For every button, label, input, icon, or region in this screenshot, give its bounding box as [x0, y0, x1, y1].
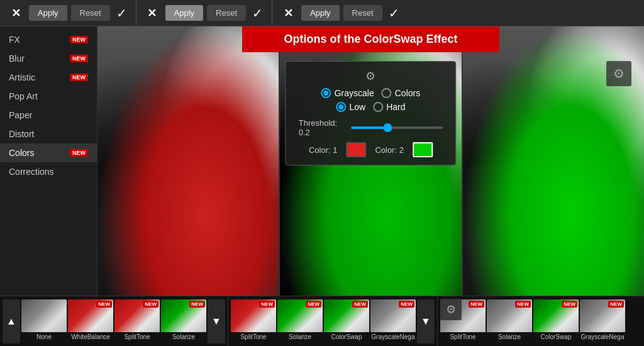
- confirm-button-3[interactable]: ✓: [386, 6, 402, 21]
- film-badge-st2: NEW: [259, 301, 275, 308]
- film-thumb-splittone-1[interactable]: NEW SplitTone: [114, 299, 160, 343]
- film-label-cs2: ColorSwap: [533, 332, 579, 342]
- confirm-button-2[interactable]: ✓: [250, 6, 265, 21]
- film-badge-cs2: NEW: [562, 301, 577, 308]
- film-thumb-none-img: [21, 299, 67, 332]
- color1-label: Color: 1: [309, 145, 338, 155]
- low-hard-row: Low Hard: [299, 102, 443, 112]
- film-thumb-colorswap-2[interactable]: NEW ColorSwap: [533, 299, 579, 343]
- sidebar-item-blur[interactable]: Blur NEW: [0, 49, 97, 68]
- apply-button-1[interactable]: Apply: [29, 5, 67, 21]
- threshold-slider[interactable]: [351, 126, 443, 129]
- scroll-up-1[interactable]: ▲: [3, 299, 20, 343]
- film-label-wb: WhiteBalance: [68, 332, 113, 342]
- film-thumb-grayscaleneg-2[interactable]: NEW GrayscaleNega: [580, 299, 625, 343]
- apply-button-3[interactable]: Apply: [301, 5, 340, 21]
- sidebar-artistic-badge: NEW: [70, 74, 88, 81]
- film-badge-sol3: NEW: [515, 301, 531, 308]
- filmstrip-section-1: ▲ None NEW WhiteBalance NEW SplitTone NE…: [0, 296, 228, 346]
- film-label-st2: SplitTone: [231, 332, 276, 342]
- panel3-gear-button[interactable]: ⚙: [606, 61, 631, 86]
- image-panels: Options of the ColorSwap Effect ⚙ Graysc…: [97, 26, 644, 296]
- control-popup: ⚙ Grayscale Colors: [286, 61, 456, 165]
- reset-button-3[interactable]: Reset: [343, 5, 382, 21]
- film-badge-gn2: NEW: [608, 301, 624, 308]
- film-badge-sol2: NEW: [306, 301, 321, 308]
- low-radio[interactable]: [336, 102, 346, 112]
- film-thumb-solarize-3[interactable]: NEW Solarize: [487, 299, 532, 343]
- sidebar-item-paper[interactable]: Paper: [0, 106, 97, 125]
- film-label-sol3: Solarize: [487, 332, 532, 342]
- film-badge-gn1: NEW: [399, 301, 414, 308]
- sidebar-item-corrections[interactable]: Corrections: [0, 162, 97, 181]
- film-thumb-solarize-1[interactable]: NEW Solarize: [161, 299, 206, 343]
- color2-swatch[interactable]: [413, 142, 433, 157]
- sneaker-original-image: [97, 26, 279, 296]
- hard-label: Hard: [386, 102, 405, 112]
- film-thumb-solarize-2[interactable]: NEW Solarize: [277, 299, 323, 343]
- colors-radio[interactable]: [382, 88, 392, 98]
- filmstrip: ▲ None NEW WhiteBalance NEW SplitTone NE…: [0, 296, 644, 346]
- sidebar-colors-badge: NEW: [70, 149, 88, 157]
- film-thumb-splittone-2[interactable]: NEW SplitTone: [231, 299, 276, 343]
- film-badge-sol1: NEW: [189, 301, 205, 308]
- sidebar-item-colors[interactable]: Colors NEW: [0, 143, 97, 162]
- close-button-1[interactable]: ✕: [6, 4, 25, 23]
- threshold-label: Threshold: 0.2: [299, 118, 347, 137]
- sidebar-colors-label: Colors: [9, 148, 34, 158]
- sidebar-item-artistic[interactable]: Artistic NEW: [0, 68, 97, 87]
- sidebar-paper-label: Paper: [9, 110, 32, 120]
- sidebar-fx-label: FX: [9, 35, 20, 45]
- toolbar: ✕ Apply Reset ✓ ✕ Apply Reset ✓ ✕ Apply …: [0, 0, 644, 26]
- threshold-row: Threshold: 0.2: [299, 118, 443, 137]
- grayscale-label: Grayscale: [335, 88, 374, 98]
- options-panel: Options of the ColorSwap Effect: [97, 26, 644, 52]
- grayscale-radio[interactable]: [321, 88, 331, 98]
- color1-swatch[interactable]: [346, 142, 366, 157]
- colors-option[interactable]: Colors: [382, 88, 420, 98]
- sidebar-item-popart[interactable]: Pop Art: [0, 87, 97, 106]
- hard-option[interactable]: Hard: [373, 102, 405, 112]
- color2-label: Color: 2: [375, 145, 404, 155]
- close-button-3[interactable]: ✕: [279, 4, 297, 23]
- apply-button-2[interactable]: Apply: [165, 5, 204, 21]
- grayscale-option[interactable]: Grayscale: [321, 88, 374, 98]
- reset-button-1[interactable]: Reset: [71, 5, 110, 21]
- film-label-gn1: GrayscaleNega: [370, 332, 416, 342]
- sidebar-item-distort[interactable]: Distort: [0, 125, 97, 143]
- film-thumb-none[interactable]: None: [21, 299, 67, 343]
- toolbar-section-2: ✕ Apply Reset ✓: [136, 0, 273, 26]
- film-badge-st1: NEW: [143, 301, 158, 308]
- film-badge-wb: NEW: [96, 301, 112, 308]
- confirm-button-1[interactable]: ✓: [114, 6, 130, 21]
- colors-label: Colors: [395, 88, 420, 98]
- gear-icon-filmstrip: ⚙: [446, 303, 456, 316]
- sidebar-blur-label: Blur: [9, 53, 25, 64]
- close-button-2[interactable]: ✕: [143, 4, 162, 23]
- options-title: Options of the ColorSwap Effect: [242, 26, 499, 52]
- film-badge-st3: NEW: [469, 301, 484, 308]
- film-label-cs1: ColorSwap: [324, 332, 369, 342]
- low-option[interactable]: Low: [336, 102, 365, 112]
- film-label-gn2: GrayscaleNega: [580, 332, 625, 342]
- film-thumb-whitebalance[interactable]: NEW WhiteBalance: [68, 299, 113, 343]
- hard-radio[interactable]: [373, 102, 383, 112]
- film-label-none: None: [21, 332, 67, 342]
- image-panel-effect2: ⚙: [462, 26, 644, 296]
- reset-button-2[interactable]: Reset: [207, 5, 246, 21]
- scroll-down-2[interactable]: ▼: [417, 299, 435, 343]
- film-thumb-colorswap-1[interactable]: NEW ColorSwap: [324, 299, 369, 343]
- scroll-down-1[interactable]: ▼: [208, 299, 225, 343]
- image-panel-original: [97, 26, 279, 296]
- sidebar-fx-badge: NEW: [70, 36, 88, 43]
- image-panel-effect1: ⚙ Grayscale Colors: [279, 26, 461, 296]
- filmstrip-section-3: ⚙ NEW SplitTone NEW Solarize NEW ColorSw…: [438, 296, 628, 346]
- film-thumb-grayscaleneg-1[interactable]: NEW GrayscaleNega: [370, 299, 416, 343]
- film-label-st3: SplitTone: [440, 332, 486, 342]
- film-badge-cs1: NEW: [352, 301, 368, 308]
- slider-thumb[interactable]: [384, 123, 392, 132]
- filmstrip-gear-button[interactable]: ⚙: [440, 299, 462, 320]
- sidebar-artistic-label: Artistic: [9, 72, 35, 82]
- sidebar-item-fx[interactable]: FX NEW: [0, 30, 97, 49]
- gear-icon-panel3: ⚙: [613, 66, 625, 81]
